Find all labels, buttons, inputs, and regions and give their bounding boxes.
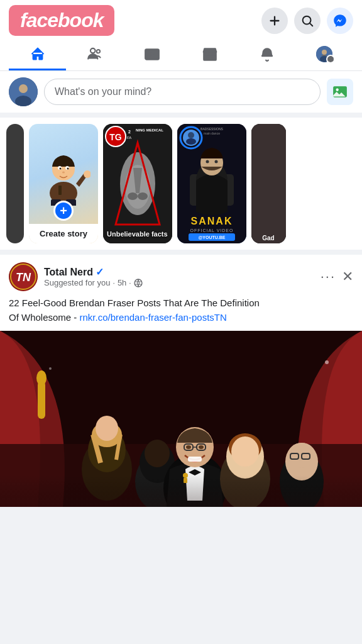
- dot-sep2: ·: [129, 279, 131, 287]
- tab-friends[interactable]: [66, 41, 123, 70]
- svg-point-85: [231, 436, 259, 467]
- svg-point-52: [186, 138, 196, 145]
- post-time: 5h: [118, 278, 126, 287]
- globe-icon: [134, 279, 143, 287]
- profile-menu-indicator: [326, 55, 335, 64]
- svg-point-22: [67, 167, 69, 169]
- post-subtitle: Suggested for you · 5h ·: [44, 278, 314, 287]
- verified-badge: ✓: [96, 266, 104, 278]
- story-create-avatar: +: [29, 124, 98, 224]
- svg-rect-81: [188, 457, 202, 462]
- svg-text:OFFICIAL VIDEO: OFFICIAL VIDEO: [190, 228, 234, 233]
- svg-rect-95: [0, 475, 362, 507]
- svg-text:SANAK: SANAK: [191, 216, 233, 226]
- post-sponsored: Suggested for you: [44, 278, 111, 287]
- svg-point-44: [215, 160, 218, 164]
- post-media-image: [0, 331, 362, 507]
- header-top-row: facebook: [9, 5, 353, 41]
- svg-rect-25: [58, 186, 62, 195]
- svg-point-94: [49, 367, 52, 370]
- story-create-label: Create story: [29, 224, 98, 243]
- svg-text:BADSESSIONS: BADSESSIONS: [200, 127, 224, 131]
- svg-point-16: [336, 89, 339, 91]
- app-header: facebook: [0, 0, 362, 71]
- svg-rect-9: [328, 58, 334, 60]
- svg-text:@YOUTU.BE: @YOUTU.BE: [199, 235, 226, 240]
- svg-text:TN: TN: [16, 271, 31, 284]
- svg-text:main dance: main dance: [204, 131, 220, 135]
- story-card-partial[interactable]: [6, 124, 24, 243]
- post-text-content: 22 Feel-Good Brendan Fraser Posts That A…: [0, 296, 362, 331]
- post-actions: ··· ✕: [321, 269, 353, 285]
- svg-point-2: [97, 50, 100, 53]
- post-text-line2: Of Wholesome -: [9, 312, 80, 323]
- tab-home[interactable]: [9, 41, 66, 70]
- svg-rect-65: [38, 381, 45, 419]
- story-sanak-content: SANAK OFFICIAL VIDEO @YOUTU.BE BADSESSIO…: [177, 124, 246, 243]
- more-options-button[interactable]: ···: [321, 269, 336, 285]
- svg-point-62: [134, 279, 142, 287]
- story-card-sanak[interactable]: SANAK OFFICIAL VIDEO @YOUTU.BE BADSESSIO…: [177, 124, 246, 243]
- story-gad-content: Gad: [251, 124, 286, 243]
- svg-rect-56: [251, 124, 286, 243]
- post-meta: Total Nerd ✓ Suggested for you · 5h ·: [44, 266, 314, 287]
- svg-point-12: [19, 84, 28, 93]
- search-button[interactable]: [294, 8, 321, 34]
- stories-scroll: + Create story: [0, 124, 362, 243]
- total-nerd-logo: TN: [9, 262, 38, 291]
- story-card-facts[interactable]: TG 2 FA NING MEDICAL Unbelievable facts: [103, 124, 172, 243]
- svg-point-23: [62, 171, 65, 173]
- story-card-create[interactable]: + Create story: [29, 124, 98, 243]
- svg-rect-8: [328, 57, 334, 58]
- add-button[interactable]: [261, 8, 288, 34]
- hide-post-button[interactable]: ✕: [342, 269, 353, 285]
- svg-point-75: [193, 470, 197, 474]
- svg-point-73: [145, 440, 170, 467]
- story-facts-overlay: Unbelievable facts: [103, 124, 172, 243]
- feed-post-total-nerd: TN Total Nerd ✓ Suggested for you · 5h ·: [0, 255, 362, 507]
- create-post-bar: What's on your mind?: [0, 71, 362, 118]
- post-author-name: Total Nerd ✓: [44, 266, 314, 278]
- tab-marketplace[interactable]: [181, 41, 238, 70]
- post-input[interactable]: What's on your mind?: [44, 79, 321, 105]
- svg-point-79: [186, 445, 191, 449]
- svg-point-43: [206, 160, 209, 164]
- story-card-gad[interactable]: Gad: [251, 124, 286, 243]
- svg-point-51: [188, 132, 194, 138]
- svg-point-70: [96, 416, 118, 441]
- dot-sep: ·: [113, 279, 115, 287]
- user-avatar: [9, 77, 38, 106]
- tab-notifications[interactable]: [238, 41, 295, 70]
- photo-video-button[interactable]: [327, 79, 353, 105]
- post-link[interactable]: rnkr.co/brendan-fraser-fan-postsTN: [80, 312, 227, 323]
- stories-section: + Create story: [0, 118, 362, 255]
- messenger-button[interactable]: [327, 8, 353, 34]
- post-placeholder: What's on your mind?: [55, 86, 151, 97]
- svg-rect-10: [328, 60, 334, 62]
- post-header: TN Total Nerd ✓ Suggested for you · 5h ·: [0, 255, 362, 296]
- svg-point-66: [36, 370, 47, 386]
- facebook-logo: facebook: [9, 5, 114, 36]
- post-author-avatar: TN: [9, 262, 38, 291]
- svg-point-93: [325, 360, 329, 364]
- svg-point-21: [59, 167, 61, 169]
- tab-profile[interactable]: [296, 41, 353, 70]
- svg-text:Gad: Gad: [262, 235, 274, 242]
- svg-point-80: [199, 445, 204, 449]
- story-add-icon: +: [53, 201, 74, 221]
- post-text-line1: 22 Feel-Good Brendan Fraser Posts That A…: [9, 297, 260, 308]
- svg-point-6: [322, 50, 327, 55]
- tab-watch[interactable]: [124, 41, 181, 70]
- svg-point-1: [90, 48, 96, 53]
- story-facts-label: Unbelievable facts: [107, 230, 168, 238]
- nav-tabs: [9, 41, 353, 70]
- header-icon-group: [261, 8, 353, 34]
